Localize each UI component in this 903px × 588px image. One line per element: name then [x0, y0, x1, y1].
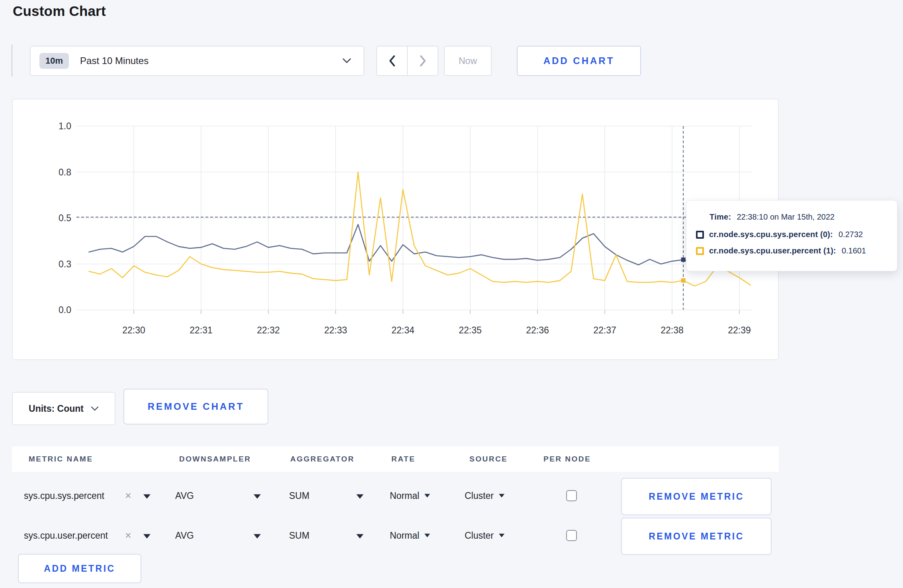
x-tick-label: 22:34	[391, 325, 414, 335]
tooltip-time-label: Time:	[710, 212, 731, 222]
x-tick-label: 22:35	[459, 325, 482, 335]
remove-chart-button[interactable]: REMOVE CHART	[123, 389, 268, 424]
x-tick-label: 22:37	[593, 325, 616, 335]
prev-time-button[interactable]	[377, 47, 407, 75]
chart-svg[interactable]: 0.00.30.50.81.022:3022:3122:3222:3322:34…	[13, 99, 778, 359]
y-tick-label: 0.0	[59, 305, 71, 315]
aggregator-dropdown[interactable]	[356, 530, 364, 541]
clear-metric-icon[interactable]: ×	[125, 530, 131, 542]
triangle-down-icon	[254, 534, 261, 539]
y-tick-label: 0.8	[59, 167, 71, 177]
x-tick-label: 22:36	[526, 325, 549, 335]
remove-metric-button[interactable]: REMOVE METRIC	[621, 478, 772, 515]
y-tick-label: 0.5	[59, 213, 71, 223]
downsampler-dropdown[interactable]	[254, 530, 261, 541]
chart-tooltip: Time: 22:38:10 on Mar 15th, 2022 cr.node…	[686, 200, 897, 271]
triangle-down-icon	[143, 495, 150, 499]
tooltip-series-name: cr.node.sys.cpu.user.percent (1):	[709, 246, 836, 255]
series-user-legend-swatch-icon	[696, 247, 704, 255]
triangle-down-icon	[499, 534, 504, 537]
metric-row: sys.cpu.user.percent × AVG SUM Normal Cl…	[12, 517, 779, 554]
tooltip-series-value: 0.1601	[842, 246, 866, 255]
add-chart-button[interactable]: ADD CHART	[517, 46, 641, 76]
column-header-rate: RATE	[391, 446, 415, 472]
chevron-right-icon	[419, 55, 427, 67]
triangle-down-icon	[254, 495, 261, 499]
rate-select[interactable]: Normal	[390, 530, 430, 541]
per-node-checkbox[interactable]	[566, 490, 577, 501]
source-value: Cluster	[465, 530, 494, 541]
source-select[interactable]: Cluster	[465, 530, 504, 541]
x-tick-label: 22:38	[661, 325, 684, 335]
x-tick-label: 22:33	[324, 325, 347, 335]
x-tick-label: 22:31	[190, 325, 213, 335]
metric-name: sys.cpu.user.percent	[24, 530, 108, 541]
chevron-left-icon	[388, 55, 396, 67]
aggregator-dropdown[interactable]	[356, 491, 364, 501]
column-header-per-node: PER NODE	[543, 446, 591, 472]
y-tick-label: 1.0	[59, 121, 71, 131]
units-label: Units: Count	[29, 403, 84, 414]
rate-value: Normal	[390, 530, 419, 541]
triangle-down-icon	[356, 534, 364, 539]
tooltip-series-name: cr.node.sys.cpu.sys.percent (0):	[709, 230, 833, 239]
source-value: Cluster	[465, 491, 494, 501]
rate-select[interactable]: Normal	[390, 491, 430, 501]
now-button[interactable]: Now	[444, 46, 492, 76]
column-header-source: SOURCE	[469, 446, 508, 472]
time-range-label: Past 10 Minutes	[80, 55, 149, 66]
add-metric-button[interactable]: ADD METRIC	[18, 554, 141, 583]
x-tick-label: 22:39	[728, 325, 751, 335]
page-title: Custom Chart	[13, 3, 106, 19]
time-nav-group	[376, 46, 438, 76]
column-header-downsampler: DOWNSAMPLER	[179, 446, 251, 472]
tooltip-time-value: 22:38:10 on Mar 15th, 2022	[737, 212, 835, 222]
triangle-down-icon	[424, 494, 430, 498]
triangle-down-icon	[499, 494, 504, 498]
time-range-dropdown[interactable]: 10m Past 10 Minutes	[30, 46, 364, 76]
source-select[interactable]: Cluster	[465, 491, 504, 501]
triangle-down-icon	[356, 495, 364, 499]
rate-value: Normal	[390, 491, 419, 501]
tooltip-series-value: 0.2732	[838, 230, 863, 239]
downsampler-dropdown[interactable]	[254, 491, 261, 501]
clear-metric-icon[interactable]: ×	[125, 490, 131, 502]
time-range-badge: 10m	[39, 53, 69, 69]
triangle-down-icon	[424, 534, 430, 537]
toolbar-divider	[12, 45, 12, 76]
aggregator-select[interactable]: SUM	[289, 491, 309, 501]
per-node-checkbox[interactable]	[566, 530, 577, 541]
metric-row: sys.cpu.sys.percent × AVG SUM Normal Clu…	[12, 477, 779, 514]
downsampler-select[interactable]: AVG	[175, 491, 194, 501]
x-tick-label: 22:30	[122, 325, 145, 335]
aggregator-select[interactable]: SUM	[289, 530, 309, 541]
triangle-down-icon	[143, 534, 150, 539]
metric-name-dropdown[interactable]	[143, 491, 150, 501]
crosshair-point-marker	[681, 278, 686, 283]
metrics-table-header: METRIC NAME DOWNSAMPLER AGGREGATOR RATE …	[12, 446, 779, 472]
series-line-user-percent	[89, 172, 751, 286]
crosshair-point-marker	[681, 257, 686, 262]
units-dropdown[interactable]: Units: Count	[12, 392, 115, 425]
remove-metric-button[interactable]: REMOVE METRIC	[621, 518, 772, 555]
column-header-aggregator: AGGREGATOR	[290, 446, 355, 472]
chart-card: 0.00.30.50.81.022:3022:3122:3222:3322:34…	[12, 99, 779, 360]
chevron-down-icon	[342, 58, 352, 64]
series-sys-legend-swatch-icon	[696, 231, 704, 239]
custom-chart-page: Custom Chart 10m Past 10 Minutes Now ADD…	[0, 0, 903, 588]
x-tick-label: 22:32	[257, 325, 280, 335]
metric-name: sys.cpu.sys.percent	[24, 491, 104, 501]
chevron-down-icon	[91, 406, 99, 411]
next-time-button[interactable]	[407, 47, 438, 75]
downsampler-select[interactable]: AVG	[175, 530, 194, 541]
column-header-metric-name: METRIC NAME	[29, 446, 93, 472]
y-tick-label: 0.3	[59, 259, 71, 269]
metric-name-dropdown[interactable]	[143, 530, 150, 541]
